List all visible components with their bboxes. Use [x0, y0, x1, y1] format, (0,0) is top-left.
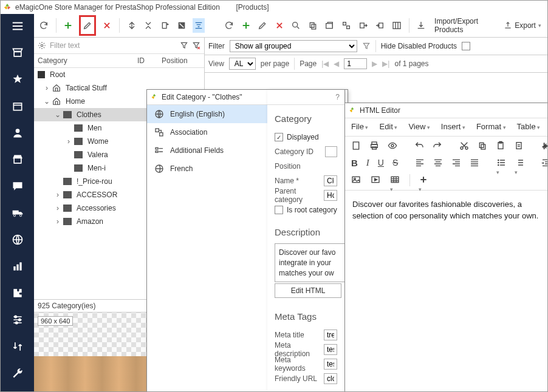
bold-icon[interactable]: B — [351, 158, 358, 169]
number-list-icon[interactable]: ▾ — [515, 158, 524, 169]
meta-title-input[interactable] — [324, 329, 337, 340]
insert-icon[interactable]: ▾ — [419, 175, 430, 186]
paste-text-icon[interactable] — [514, 141, 524, 152]
lang-french[interactable]: French — [147, 160, 267, 178]
outdent-icon[interactable] — [541, 158, 548, 169]
refresh-icon[interactable] — [38, 18, 50, 33]
funnel-add-icon[interactable] — [180, 41, 188, 50]
page-input[interactable] — [344, 58, 367, 69]
sliders-icon[interactable] — [10, 313, 25, 327]
import-icon[interactable] — [415, 18, 427, 33]
undo-icon[interactable] — [414, 141, 424, 152]
copy-icon[interactable] — [478, 141, 487, 152]
collapse-icon[interactable] — [142, 18, 154, 33]
funnel-icon[interactable] — [362, 42, 371, 50]
tab-additional-fields[interactable]: Additional Fields — [147, 141, 267, 160]
delete-product-icon[interactable] — [273, 18, 286, 33]
shop-icon[interactable] — [10, 152, 25, 167]
export-button[interactable]: Export▾ — [501, 21, 544, 30]
expand-icon[interactable] — [126, 18, 138, 33]
clone-icon[interactable] — [324, 18, 336, 33]
bullet-list-icon[interactable]: ▾ — [496, 158, 506, 169]
cut-icon[interactable] — [459, 141, 469, 152]
import-export-button[interactable]: Import/Export Products — [432, 17, 496, 34]
block-icon[interactable] — [176, 18, 188, 33]
refresh-products-icon[interactable] — [223, 18, 235, 33]
align-left-icon[interactable] — [415, 158, 425, 169]
table-icon[interactable]: ▾ — [390, 175, 401, 186]
copy-icon[interactable] — [307, 18, 319, 33]
filter-toggle-icon[interactable] — [193, 18, 205, 33]
edit-html-button[interactable]: Edit HTML — [275, 283, 341, 298]
menu-table[interactable]: Table — [517, 122, 541, 131]
paste-icon[interactable] — [496, 141, 505, 152]
print-icon[interactable] — [369, 141, 379, 152]
hide-disabled-checkbox[interactable] — [462, 42, 470, 50]
menu-format[interactable]: Format — [476, 122, 506, 131]
truck-icon[interactable] — [10, 206, 25, 220]
wrench-icon[interactable] — [10, 366, 25, 380]
align-justify-icon[interactable] — [470, 158, 479, 169]
meta-kw-input[interactable] — [324, 359, 337, 370]
svg-point-13 — [293, 22, 298, 27]
chart-icon[interactable] — [10, 259, 25, 274]
svg-point-9 — [18, 319, 20, 320]
redo-icon[interactable] — [433, 141, 442, 152]
category-id-input[interactable] — [325, 146, 337, 157]
swap-icon[interactable] — [10, 339, 25, 354]
displayed-checkbox[interactable]: ✓ — [275, 133, 283, 141]
user-icon[interactable] — [10, 126, 25, 140]
tab-association[interactable]: Association — [147, 123, 267, 141]
editor-content[interactable]: Discover our favorites fashionable disco… — [345, 192, 547, 229]
search-icon[interactable] — [290, 18, 303, 33]
add-icon[interactable] — [62, 18, 74, 33]
copy-special-icon[interactable] — [159, 18, 171, 33]
help-icon[interactable]: ? — [335, 93, 340, 101]
last-page-icon[interactable]: ▶| — [382, 59, 389, 68]
preview-icon[interactable] — [388, 141, 397, 152]
gear-icon[interactable] — [38, 41, 46, 50]
edit-icon[interactable] — [79, 15, 96, 36]
find-icon[interactable] — [541, 141, 548, 152]
menu-insert[interactable]: Insert — [441, 122, 465, 131]
friendly-url-input[interactable] — [324, 373, 337, 384]
align-center-icon[interactable] — [433, 158, 443, 169]
parent-input[interactable] — [324, 190, 337, 201]
menu-file[interactable]: File — [351, 122, 368, 131]
delete-icon[interactable] — [101, 18, 113, 33]
star-icon[interactable] — [10, 72, 25, 87]
new-doc-icon[interactable] — [351, 141, 361, 152]
menu-view[interactable]: View — [408, 122, 430, 131]
image-icon[interactable] — [351, 175, 362, 186]
edit-product-icon[interactable] — [256, 18, 269, 33]
strike-icon[interactable]: S — [392, 158, 398, 169]
add-product-icon[interactable] — [240, 18, 252, 33]
next-page-icon[interactable]: ▶ — [372, 59, 377, 68]
first-page-icon[interactable]: |◀ — [321, 59, 329, 68]
prev-page-icon[interactable]: ◀ — [334, 59, 339, 68]
clone2-icon[interactable] — [340, 18, 352, 33]
move-out-icon[interactable] — [357, 18, 369, 33]
menu-edit[interactable]: Edit — [379, 122, 397, 131]
is-root-checkbox[interactable] — [275, 206, 283, 214]
view-select[interactable]: ALL — [229, 58, 256, 70]
filter-select[interactable]: Show all grouped — [230, 40, 357, 52]
underline-icon[interactable]: U — [378, 158, 384, 169]
chat-icon[interactable] — [10, 179, 25, 194]
lang-english[interactable]: English (English) — [147, 105, 267, 123]
italic-icon[interactable]: I — [366, 158, 369, 169]
columns-icon[interactable] — [391, 18, 403, 33]
align-right-icon[interactable] — [451, 158, 461, 169]
media-icon[interactable] — [371, 175, 382, 186]
svg-point-22 — [41, 44, 43, 47]
puzzle-icon[interactable] — [10, 286, 25, 300]
move-in-icon[interactable] — [374, 18, 386, 33]
orders-icon[interactable] — [10, 99, 25, 113]
funnel-clear-icon[interactable] — [192, 41, 200, 50]
name-input[interactable] — [324, 175, 337, 186]
store-icon[interactable] — [10, 46, 25, 60]
meta-desc-input[interactable] — [324, 344, 337, 355]
menu-icon[interactable] — [10, 19, 25, 33]
svg-point-10 — [15, 322, 17, 323]
globe-icon[interactable] — [10, 232, 25, 247]
